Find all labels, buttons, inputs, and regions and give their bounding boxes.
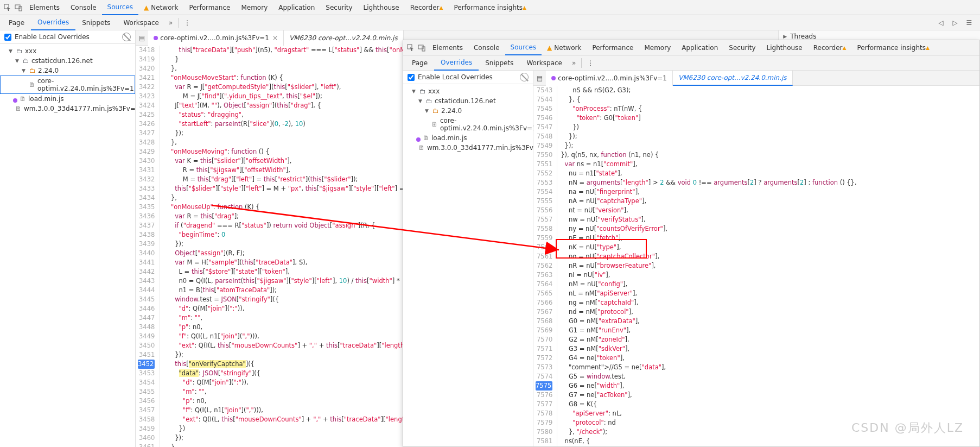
tab-performance-insights[interactable]: Performance insights ▲	[851, 40, 934, 55]
more-tabs-icon[interactable]: »	[569, 59, 579, 67]
file-icon: 🗎	[20, 95, 26, 103]
close-icon[interactable]: ×	[272, 34, 278, 42]
inspect-icon[interactable]	[405, 42, 416, 53]
tree-domain[interactable]: ▼🗀cstaticdun.126.net	[0, 56, 135, 66]
tree-root[interactable]: ▼🗀xxx	[0, 46, 135, 56]
menu-icon[interactable]: ⋮	[181, 19, 194, 27]
file-tab[interactable]: VM6230 core-opt...v2.24.0.min.js	[673, 71, 793, 86]
override-dot-icon	[13, 98, 17, 103]
file-tab[interactable]: core-optimi.v2....0.min.js%3Fv=1	[546, 71, 673, 86]
chevron-down-icon: ▼	[15, 58, 21, 64]
device-icon[interactable]	[416, 42, 427, 53]
code-editor-2[interactable]: 7543754475457546754775487549755075517552…	[533, 86, 979, 446]
file-tab[interactable]: VM6230 core-opt...v2.24.0.min.js	[284, 30, 404, 46]
menu-icon[interactable]: ⋮	[584, 59, 597, 67]
subtab-overrides[interactable]: Overrides	[31, 15, 75, 30]
tab-list-icon[interactable]: ▤	[533, 74, 546, 82]
folder-icon: 🗀	[16, 47, 23, 55]
tree-file[interactable]: 🗎core-optimi.v2.24.0.min.js%3Fv=1	[0, 75, 135, 94]
chevron-down-icon: ▼	[22, 68, 27, 73]
file-navigator: Enable Local Overrides ▼🗀xxx ▼🗀cstaticdu…	[0, 30, 136, 447]
nav-left-icon[interactable]: ◁	[936, 17, 946, 28]
tab-application[interactable]: Application	[273, 0, 320, 15]
devtools-top-tabs-2: Elements Console Sources ▲Network Perfor…	[403, 40, 979, 55]
overrides-toolbar: Enable Local Overrides	[403, 71, 533, 84]
warning-icon: ▲	[144, 4, 149, 11]
tab-performance[interactable]: Performance	[183, 0, 236, 15]
tab-performance-insights[interactable]: Performance insights ▲	[448, 0, 531, 15]
tab-application[interactable]: Application	[676, 40, 723, 55]
nav-right-icon[interactable]: ▷	[950, 17, 960, 28]
line-gutter: 7543754475457546754775487549755075517552…	[533, 86, 557, 446]
folder-icon: 🗀	[23, 57, 29, 65]
tree-file[interactable]: 🗎load.min.js	[403, 133, 533, 143]
subtab-workspace[interactable]: Workspace	[520, 55, 569, 71]
devtools-top-tabs: Elements Console Sources ▲Network Perfor…	[0, 0, 980, 15]
second-devtools-window: Elements Console Sources ▲Network Perfor…	[403, 40, 980, 447]
annotation-rect	[556, 239, 647, 259]
enable-overrides-label: Enable Local Overrides	[15, 33, 90, 41]
code-content: nS && nS(G2, G3); }, { "onProcess": nT(n…	[557, 86, 979, 446]
subtab-snippets[interactable]: Snippets	[75, 15, 117, 30]
file-icon: 🗎	[15, 105, 22, 112]
clear-icon[interactable]	[122, 33, 131, 41]
enable-overrides-checkbox[interactable]	[4, 34, 11, 41]
tab-security[interactable]: Security	[320, 0, 358, 15]
preview-icon: ▲	[843, 45, 847, 51]
tab-console[interactable]: Console	[468, 40, 505, 55]
tree-version[interactable]: ▼🗀2.24.0	[403, 106, 533, 116]
subtab-overrides[interactable]: Overrides	[434, 55, 479, 71]
chevron-down-icon: ▼	[9, 48, 14, 54]
tree-file[interactable]: 🗎load.min.js	[0, 94, 135, 104]
folder-icon: 🗀	[29, 67, 36, 74]
preview-icon: ▲	[523, 5, 526, 10]
subtab-page[interactable]: Page	[405, 55, 434, 71]
tab-network[interactable]: ▲Network	[542, 40, 587, 55]
tree-root[interactable]: ▼🗀xxx	[403, 86, 533, 96]
tab-memory[interactable]: Memory	[639, 40, 676, 55]
tree-version[interactable]: ▼🗀2.24.0	[0, 66, 135, 75]
more-tabs-icon[interactable]: »	[166, 19, 176, 27]
list-icon[interactable]: ☰	[964, 17, 975, 28]
divider	[178, 18, 179, 28]
tab-performance[interactable]: Performance	[587, 40, 639, 55]
inspect-icon[interactable]	[2, 2, 13, 13]
device-icon[interactable]	[13, 2, 24, 13]
file-navigator-2: Enable Local Overrides ▼🗀xxx ▼🗀cstaticdu…	[403, 71, 533, 446]
file-tree: ▼🗀xxx ▼🗀cstaticdun.126.net ▼🗀2.24.0 🗎cor…	[0, 44, 135, 116]
enable-overrides-label: Enable Local Overrides	[418, 73, 493, 81]
clear-icon[interactable]	[520, 73, 529, 81]
tree-file[interactable]: 🗎core-optimi.v2.24.0.min.js%3Fv=1	[403, 116, 533, 133]
tab-recorder[interactable]: Recorder ▲	[405, 0, 449, 15]
editor-file-tabs-2: ▤ core-optimi.v2....0.min.js%3Fv=1 VM623…	[533, 71, 979, 86]
subtab-snippets[interactable]: Snippets	[479, 55, 520, 71]
tab-memory[interactable]: Memory	[236, 0, 273, 15]
override-dot-icon	[154, 36, 158, 40]
line-gutter: 3418341934203421342234233424342534263427…	[136, 46, 160, 447]
subtab-workspace[interactable]: Workspace	[117, 15, 166, 30]
tab-network[interactable]: ▲Network	[138, 0, 183, 15]
tab-security[interactable]: Security	[723, 40, 761, 55]
tab-sources[interactable]: Sources	[505, 40, 542, 55]
tab-sources[interactable]: Sources	[102, 0, 138, 15]
editor-stack-2: ▤ core-optimi.v2....0.min.js%3Fv=1 VM623…	[533, 71, 979, 446]
tab-list-icon[interactable]: ▤	[136, 34, 148, 42]
tree-file[interactable]: 🗎wm.3.0.0_33d41777.min.js%3Fv=1	[0, 104, 135, 114]
overrides-toolbar: Enable Local Overrides	[0, 30, 135, 44]
preview-icon: ▲	[440, 5, 443, 10]
sources-sub-tabs-2: Page Overrides Snippets Workspace » ⋮	[403, 55, 979, 71]
tab-recorder[interactable]: Recorder ▲	[808, 40, 852, 55]
subtab-page[interactable]: Page	[2, 15, 31, 30]
sources-sub-tabs: Page Overrides Snippets Workspace » ⋮ ◁ …	[0, 15, 980, 30]
enable-overrides-checkbox[interactable]	[408, 74, 415, 81]
tab-lighthouse[interactable]: Lighthouse	[358, 0, 405, 15]
tab-console[interactable]: Console	[65, 0, 102, 15]
tab-elements[interactable]: Elements	[427, 40, 468, 55]
file-tab[interactable]: core-optimi.v2....0.min.js%3Fv=1×	[148, 30, 284, 46]
chevron-right-icon: ▶	[783, 34, 787, 39]
tab-elements[interactable]: Elements	[24, 0, 65, 15]
tree-domain[interactable]: ▼🗀cstaticdun.126.net	[403, 96, 533, 106]
tree-file[interactable]: 🗎wm.3.0.0_33d41777.min.js%3Fv=1	[403, 143, 533, 153]
tab-lighthouse[interactable]: Lighthouse	[761, 40, 808, 55]
preview-icon: ▲	[926, 45, 930, 51]
